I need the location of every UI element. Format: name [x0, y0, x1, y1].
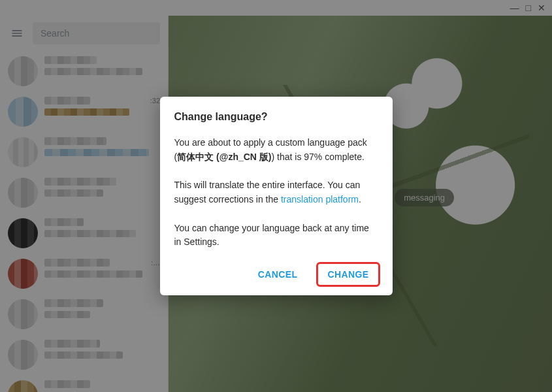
app-window: — □ ✕ Search — [0, 0, 552, 392]
dialog-body-2: This will translate the entire interface… — [174, 178, 378, 206]
dialog-actions: CANCEL CHANGE — [174, 264, 378, 285]
change-button[interactable]: CHANGE — [318, 264, 378, 285]
dialog-title: Change language? — [174, 111, 378, 123]
dialog-body-1: You are about to apply a custom language… — [174, 136, 378, 164]
cancel-button[interactable]: CANCEL — [249, 264, 307, 285]
translation-platform-link[interactable]: translation platform — [281, 194, 359, 204]
dialog-body-3: You can change your language back at any… — [174, 221, 378, 250]
change-language-dialog: Change language? You are about to apply … — [160, 97, 393, 295]
